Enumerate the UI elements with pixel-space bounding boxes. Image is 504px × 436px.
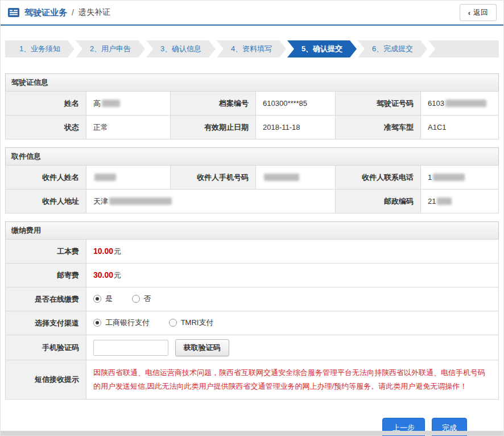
license-no-prefix: 6103 (428, 99, 444, 108)
vehicle-class-value: A1C1 (421, 116, 499, 139)
radio-online-yes[interactable]: 是 (93, 294, 113, 304)
redacted-name (102, 100, 120, 107)
table-row: 选择支付渠道 工商银行支付 TMRI支付 (6, 311, 499, 335)
table-row: 收件人姓名 收件人手机号码 收件人联系电话 1 (6, 166, 499, 190)
back-label: 返回 (473, 7, 488, 18)
zip-label: 邮政编码 (336, 190, 421, 213)
sms-code-input[interactable] (93, 340, 168, 356)
radio-channel-icbc[interactable]: 工商银行支付 (93, 318, 150, 328)
sms-notice-text: 因陕西省联通、电信运营商技术问题，陕西省互联网交通安全综合服务管理平台无法向持陕… (93, 366, 491, 393)
license-section-title: 驾驶证信息 (5, 73, 499, 91)
pay-channel-options: 工商银行支付 TMRI支付 (86, 311, 499, 335)
page: 驾驶证业务 / 遗失补证 ‹ 返回 1、业务须知 2、用户申告 3、确认信息 4… (0, 0, 504, 436)
radio-channel-tmri[interactable]: TMRI支付 (169, 318, 214, 328)
redacted-license-no (445, 100, 486, 107)
radio-channel-tmri-label: TMRI支付 (181, 318, 214, 328)
address-prefix: 天津 (93, 197, 108, 205)
mail-fee-value: 30.00元 (86, 264, 499, 287)
step-2-declare[interactable]: 2、用户申告 (76, 40, 145, 57)
form-icon (7, 7, 20, 18)
zip-value: 21 (421, 190, 499, 213)
expiry-value: 2018-11-18 (256, 116, 336, 139)
license-info-table: 姓名 高 档案编号 610300****85 驾驶证号码 6103 状态 正常 … (5, 91, 499, 139)
online-pay-label: 是否在线缴费 (6, 287, 86, 311)
pickup-section-title: 取件信息 (5, 147, 499, 165)
back-button[interactable]: ‹ 返回 (460, 4, 497, 21)
name-label: 姓名 (6, 92, 86, 116)
redacted-phone (433, 174, 465, 181)
mail-fee-unit: 元 (114, 271, 121, 279)
radio-unchecked-icon (132, 295, 140, 303)
step-6-complete[interactable]: 6、完成提交 (358, 40, 427, 57)
zip-prefix: 21 (428, 197, 436, 205)
cost-fee-label: 工本费 (6, 240, 86, 264)
radio-unchecked-icon (169, 319, 177, 327)
name-value: 高 (86, 92, 171, 116)
step-5-confirm-submit[interactable]: 5、确认提交 (287, 40, 357, 57)
table-row: 是否在线缴费 是 否 (6, 287, 499, 311)
expiry-label: 有效期止日期 (171, 116, 256, 139)
vehicle-class-label: 准驾车型 (336, 116, 421, 139)
bottom-strip (1, 431, 503, 435)
redacted-zip (437, 198, 452, 205)
page-title: 驾驶证业务 / 遗失补证 (7, 7, 110, 18)
sms-notice-label: 短信接收提示 (6, 360, 86, 400)
recipient-mobile-label: 收件人手机号码 (171, 166, 256, 190)
title-sub: 遗失补证 (79, 7, 110, 18)
recipient-phone-label: 收件人联系电话 (336, 166, 421, 190)
get-code-button[interactable]: 获取验证码 (175, 339, 229, 356)
address-label: 收件人地址 (6, 190, 86, 213)
redacted-mobile (264, 174, 299, 181)
table-row: 工本费 10.00元 (6, 240, 499, 264)
pickup-info-table: 收件人姓名 收件人手机号码 收件人联系电话 1 收件人地址 天津 邮政编码 (5, 165, 499, 213)
title-main: 驾驶证业务 (24, 7, 67, 18)
step-3-confirm-info[interactable]: 3、确认信息 (146, 40, 216, 57)
table-row: 短信接收提示 因陕西省联通、电信运营商技术问题，陕西省互联网交通安全综合服务管理… (6, 360, 499, 400)
sms-notice-cell: 因陕西省联通、电信运营商技术问题，陕西省互联网交通安全综合服务管理平台无法向持陕… (86, 360, 499, 400)
file-no-label: 档案编号 (171, 92, 256, 116)
table-row: 姓名 高 档案编号 610300****85 驾驶证号码 6103 (6, 92, 499, 116)
cost-fee-unit: 元 (114, 247, 121, 256)
radio-checked-icon (93, 319, 101, 327)
table-row: 邮寄费 30.00元 (6, 264, 499, 287)
license-no-label: 驾驶证号码 (336, 92, 421, 116)
radio-online-no[interactable]: 否 (132, 294, 151, 304)
fees-table: 工本费 10.00元 邮寄费 30.00元 是否在线缴费 是 (5, 239, 499, 400)
step-wizard: 1、业务须知 2、用户申告 3、确认信息 4、资料填写 5、确认提交 6、完成提… (5, 40, 499, 57)
sms-code-label: 手机验证码 (6, 335, 86, 360)
step-1-notice[interactable]: 1、业务须知 (5, 40, 75, 57)
redacted-recipient-name (94, 174, 116, 181)
license-info-section: 驾驶证信息 姓名 高 档案编号 610300****85 驾驶证号码 6103 … (5, 73, 499, 139)
chevron-left-icon: ‹ (468, 9, 470, 17)
phone-prefix: 1 (428, 173, 432, 182)
pay-channel-label: 选择支付渠道 (6, 311, 86, 335)
address-value: 天津 (86, 190, 336, 213)
fees-section: 缴纳费用 工本费 10.00元 邮寄费 30.00元 是否在线缴费 (5, 221, 499, 400)
title-divider: / (72, 8, 74, 17)
name-prefix: 高 (93, 99, 101, 108)
recipient-name-label: 收件人姓名 (6, 166, 86, 190)
header-bar: 驾驶证业务 / 遗失补证 ‹ 返回 (1, 1, 503, 26)
license-no-value: 6103 (421, 92, 499, 116)
table-row: 状态 正常 有效期止日期 2018-11-18 准驾车型 A1C1 (6, 116, 499, 139)
recipient-phone-value: 1 (421, 166, 499, 190)
status-label: 状态 (6, 116, 86, 139)
cost-fee-amount: 10.00 (93, 246, 113, 256)
online-pay-options: 是 否 (86, 287, 499, 311)
radio-channel-icbc-label: 工商银行支付 (105, 318, 150, 328)
fees-section-title: 缴纳费用 (5, 221, 499, 239)
radio-online-no-label: 否 (144, 294, 151, 304)
mail-fee-label: 邮寄费 (6, 264, 86, 287)
redacted-address (109, 198, 172, 205)
step-bar-filler (428, 40, 499, 57)
step-4-fill[interactable]: 4、资料填写 (217, 40, 286, 57)
sms-code-cell: 获取验证码 (86, 335, 499, 360)
cost-fee-value: 10.00元 (86, 240, 499, 264)
recipient-name-value (86, 166, 171, 190)
recipient-mobile-value (256, 166, 336, 190)
pickup-info-section: 取件信息 收件人姓名 收件人手机号码 收件人联系电话 1 (5, 147, 499, 213)
mail-fee-amount: 30.00 (93, 270, 113, 279)
radio-checked-icon (93, 295, 101, 303)
file-no-value: 610300****85 (256, 92, 336, 116)
table-row: 收件人地址 天津 邮政编码 21 (6, 190, 499, 213)
